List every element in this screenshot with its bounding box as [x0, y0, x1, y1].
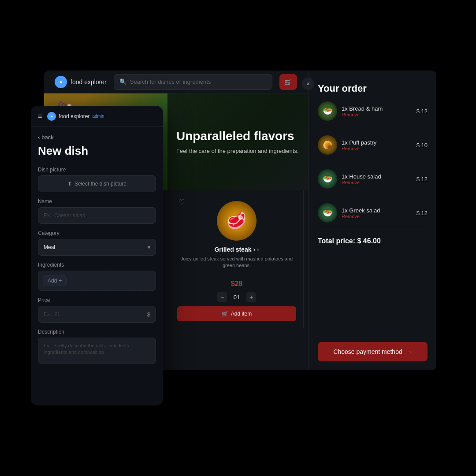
- steak-price: $28: [177, 280, 296, 288]
- order-divider-4: [318, 230, 428, 230]
- order-divider-1: [318, 128, 428, 128]
- mobile-logo-icon: ●: [47, 112, 56, 121]
- search-input[interactable]: Search for dishes or ingredients: [130, 78, 211, 85]
- steak-description: Juicy grilled steak served with mashed p…: [177, 256, 296, 275]
- steak-qty-value: 01: [232, 294, 241, 301]
- order-item-puff-remove[interactable]: Remove: [342, 146, 412, 151]
- steak-qty-decrease[interactable]: −: [217, 292, 227, 302]
- order-item-house-name: 1x House salad: [342, 173, 412, 180]
- mobile-menu-icon[interactable]: ≡: [38, 112, 42, 120]
- add-icon: +: [59, 278, 62, 284]
- price-label: Price: [38, 297, 156, 303]
- order-item-bread: 🥗 1x Bread & ham Remove $ 12: [318, 101, 428, 121]
- category-field-group: Category Meal ▾: [38, 230, 156, 256]
- ingredients-area: Add +: [38, 271, 156, 291]
- category-chevron-icon: ▾: [148, 244, 150, 250]
- price-input[interactable]: Ex.: 21 $: [38, 306, 156, 323]
- order-item-house: 🥗 1x House salad Remove $ 12: [318, 169, 428, 189]
- desktop-logo: ● food explorer: [55, 76, 107, 88]
- steak-add-button[interactable]: 🛒 Add item: [177, 306, 296, 321]
- order-item-greek-name: 1x Greek salad: [342, 207, 412, 214]
- description-field-group: Description Ex.: Briefly describe the di…: [38, 329, 156, 364]
- mobile-header: ≡ ● food explorer admin: [31, 106, 163, 127]
- name-label: Name: [38, 198, 156, 205]
- order-item-bread-name: 1x Bread & ham: [342, 105, 412, 112]
- logo-icon: ●: [55, 76, 67, 88]
- ingredients-label: Ingredients: [38, 262, 156, 268]
- search-icon: 🔍: [119, 78, 126, 85]
- price-field-group: Price Ex.: 21 $: [38, 297, 156, 323]
- banner-title: Unparalleled flavors: [176, 129, 299, 144]
- payment-label: Choose payment method: [333, 348, 402, 355]
- cart-button[interactable]: 🛒: [279, 74, 297, 90]
- upload-icon: ⬆: [67, 181, 72, 187]
- upload-picture-button[interactable]: ⬆ Select the dish picture: [38, 175, 156, 192]
- mobile-logo: ● food explorer admin: [47, 112, 104, 121]
- ingredients-field-group: Ingredients Add +: [38, 262, 156, 291]
- category-select[interactable]: Meal ▾: [38, 239, 156, 256]
- payment-arrow-icon: →: [406, 348, 412, 355]
- order-item-greek: 🥗 1x Greek salad Remove $ 12: [318, 203, 428, 223]
- name-input[interactable]: Ex.: Caeser salad: [38, 207, 156, 224]
- mobile-admin-badge: admin: [92, 114, 104, 119]
- payment-button[interactable]: Choose payment method →: [318, 342, 428, 361]
- description-textarea[interactable]: Ex.: Briefly describe the dish, include …: [38, 338, 156, 364]
- order-total: Total price: $ 46.00: [318, 237, 428, 245]
- order-item-greek-price: $ 12: [416, 210, 428, 216]
- steak-fav-button[interactable]: ♡: [175, 196, 188, 208]
- mobile-content: ‹ back New dish Dish picture ⬆ Select th…: [31, 127, 163, 405]
- order-item-house-remove[interactable]: Remove: [342, 180, 412, 185]
- order-panel: × Your order 🥗 1x Bread & ham Remove $ 1…: [309, 71, 436, 370]
- order-item-greek-image: 🥗: [318, 203, 337, 223]
- order-item-greek-remove[interactable]: Remove: [342, 214, 412, 219]
- search-bar[interactable]: 🔍 Search for dishes or ingredients: [114, 74, 272, 90]
- order-item-bread-image: 🥗: [318, 101, 337, 121]
- order-item-puff-price: $ 10: [416, 142, 428, 149]
- steak-cart-icon: 🛒: [222, 311, 228, 317]
- order-item-bread-price: $ 12: [416, 108, 428, 115]
- description-label: Description: [38, 329, 156, 335]
- order-item-puff: 🥐 1x Puff pastry Remove $ 10: [318, 135, 428, 155]
- dish-card-steak: ♡ 🥩 Grilled steak › Juicy grilled steak …: [170, 190, 303, 328]
- dish-picture-label: Dish picture: [38, 167, 156, 173]
- mobile-back-button[interactable]: ‹ back: [38, 134, 156, 141]
- order-item-bread-info: 1x Bread & ham Remove: [342, 105, 412, 117]
- order-item-house-image: 🥗: [318, 169, 337, 189]
- order-item-house-info: 1x House salad Remove: [342, 173, 412, 185]
- order-item-greek-info: 1x Greek salad Remove: [342, 207, 412, 219]
- order-panel-title: Your order: [318, 83, 428, 94]
- order-divider-3: [318, 196, 428, 196]
- steak-image: 🥩: [217, 201, 257, 241]
- banner-subtitle: Feel the care of the preparation and ing…: [176, 147, 299, 155]
- mobile-page-title: New dish: [38, 144, 156, 158]
- order-divider-2: [318, 162, 428, 162]
- order-item-bread-remove[interactable]: Remove: [342, 112, 412, 117]
- order-item-puff-image: 🥐: [318, 135, 337, 155]
- order-item-puff-info: 1x Puff pastry Remove: [342, 139, 412, 151]
- currency-icon: $: [147, 311, 150, 318]
- steak-qty-control: − 01 +: [177, 292, 296, 302]
- mobile-app-name: food explorer: [59, 113, 89, 119]
- order-item-house-price: $ 12: [416, 176, 428, 182]
- desktop-app-name: food explorer: [71, 78, 107, 86]
- order-panel-close-button[interactable]: ×: [302, 78, 314, 90]
- back-chevron-icon: ‹: [38, 134, 40, 141]
- steak-qty-increase[interactable]: +: [246, 292, 256, 302]
- category-label: Category: [38, 230, 156, 236]
- order-item-puff-name: 1x Puff pastry: [342, 139, 412, 146]
- add-ingredient-button[interactable]: Add +: [43, 275, 67, 286]
- dish-picture-group: Dish picture ⬆ Select the dish picture: [38, 167, 156, 192]
- name-field-group: Name Ex.: Caeser salad: [38, 198, 156, 224]
- steak-name[interactable]: Grilled steak ›: [177, 246, 296, 253]
- mobile-window: ≡ ● food explorer admin ‹ back New dish …: [31, 106, 163, 405]
